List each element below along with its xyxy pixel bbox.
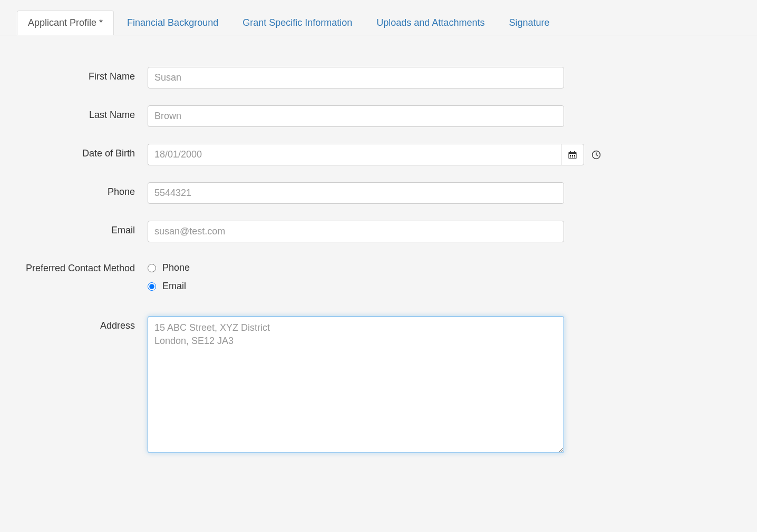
preferred-contact-phone-radio[interactable] — [148, 264, 156, 272]
email-row: Email — [21, 221, 736, 242]
dob-label: Date of Birth — [21, 144, 148, 159]
first-name-row: First Name — [21, 67, 736, 88]
svg-rect-9 — [574, 156, 575, 157]
preferred-contact-email-label: Email — [162, 281, 186, 292]
phone-row: Phone — [21, 182, 736, 204]
svg-rect-1 — [569, 152, 576, 154]
svg-rect-6 — [574, 155, 575, 156]
tab-grant-specific-information[interactable]: Grant Specific Information — [231, 11, 363, 35]
preferred-contact-row: Preferred Contact Method Phone Email — [21, 259, 736, 299]
last-name-input[interactable] — [148, 105, 564, 127]
svg-rect-8 — [572, 156, 573, 157]
phone-label: Phone — [21, 182, 148, 198]
first-name-label: First Name — [21, 67, 148, 82]
tab-signature[interactable]: Signature — [498, 11, 560, 35]
clock-icon[interactable] — [591, 150, 601, 160]
address-label: Address — [21, 316, 148, 331]
svg-rect-5 — [572, 155, 573, 156]
calendar-icon — [568, 151, 577, 159]
tab-applicant-profile[interactable]: Applicant Profile * — [17, 11, 114, 35]
address-row: Address — [21, 316, 736, 456]
email-label: Email — [21, 221, 148, 236]
tab-bar: Applicant Profile * Financial Background… — [0, 0, 757, 35]
svg-rect-4 — [570, 155, 571, 156]
dob-row: Date of Birth — [21, 144, 736, 165]
first-name-input[interactable] — [148, 67, 564, 88]
last-name-label: Last Name — [21, 105, 148, 121]
svg-rect-2 — [570, 151, 571, 153]
applicant-profile-form: First Name Last Name Date of Birth — [0, 35, 757, 494]
address-textarea[interactable] — [148, 316, 564, 453]
svg-rect-3 — [574, 151, 575, 153]
dob-input[interactable] — [148, 144, 561, 165]
tab-financial-background[interactable]: Financial Background — [116, 11, 229, 35]
calendar-button[interactable] — [561, 144, 584, 165]
tab-uploads-and-attachments[interactable]: Uploads and Attachments — [365, 11, 496, 35]
preferred-contact-phone-label: Phone — [162, 262, 190, 273]
phone-input[interactable] — [148, 182, 564, 204]
preferred-contact-email-radio[interactable] — [148, 282, 156, 291]
preferred-contact-label: Preferred Contact Method — [21, 259, 148, 275]
svg-rect-7 — [570, 156, 571, 157]
last-name-row: Last Name — [21, 105, 736, 127]
email-input[interactable] — [148, 221, 564, 242]
